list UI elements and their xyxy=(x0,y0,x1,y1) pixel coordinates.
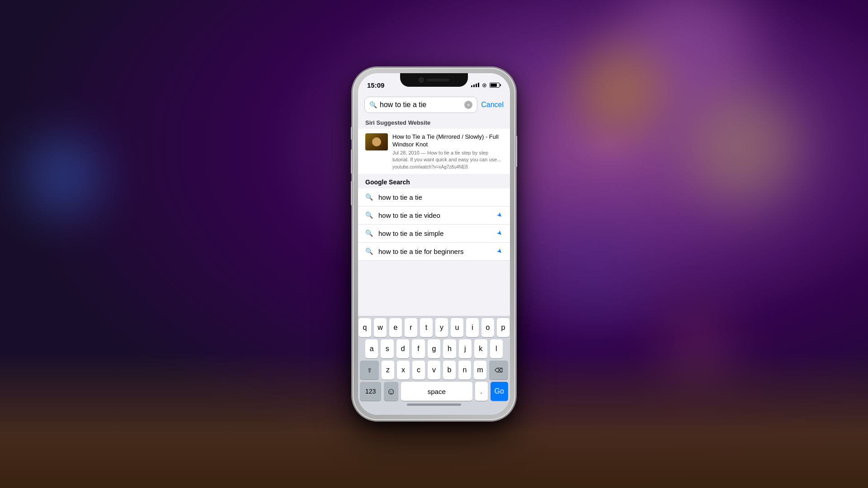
google-section-header: Google Search xyxy=(358,174,510,188)
key-w[interactable]: w xyxy=(374,318,387,337)
key-m[interactable]: m xyxy=(474,361,486,380)
key-u[interactable]: u xyxy=(451,318,463,337)
suggestion-date: Jul 28, 2010 xyxy=(392,150,420,155)
earpiece xyxy=(427,79,449,81)
suggestion-row-4[interactable]: 🔍 how to tie a tie for beginners ➤ xyxy=(358,243,510,261)
front-camera xyxy=(419,77,424,83)
home-bar xyxy=(407,404,461,406)
keyboard: q w e r t y u i o p a s xyxy=(358,316,510,415)
key-t[interactable]: t xyxy=(420,318,433,337)
search-input-wrapper[interactable]: 🔍 how to tie a tie × xyxy=(364,97,477,113)
suggestion-thumbnail xyxy=(365,133,388,150)
bar-1 xyxy=(471,85,472,87)
power-button[interactable] xyxy=(515,136,517,167)
wifi-icon: ⊛ xyxy=(482,82,487,89)
arrow-fill-icon-4: ➤ xyxy=(495,247,505,256)
arrow-fill-icon-2: ➤ xyxy=(495,211,505,220)
cancel-button[interactable]: Cancel xyxy=(481,101,504,109)
status-icons: ⊛ xyxy=(471,82,501,89)
siri-suggestion-card[interactable]: How to Tie a Tie (Mirrored / Slowly) - F… xyxy=(358,129,510,174)
bar-4 xyxy=(478,83,479,87)
suggestion-title: How to Tie a Tie (Mirrored / Slowly) - F… xyxy=(392,133,503,149)
key-z[interactable]: z xyxy=(382,361,394,380)
key-e[interactable]: e xyxy=(389,318,402,337)
bar-2 xyxy=(473,84,475,87)
phone-screen: 15:09 ⊛ xyxy=(358,73,510,415)
key-i[interactable]: i xyxy=(466,318,479,337)
key-v[interactable]: v xyxy=(428,361,440,380)
shift-key[interactable]: ⇧ xyxy=(360,361,379,380)
period-key[interactable]: . xyxy=(475,382,488,401)
suggestion-row-1[interactable]: 🔍 how to tie a tie xyxy=(358,188,510,206)
key-l[interactable]: l xyxy=(490,339,503,358)
search-icon-3: 🔍 xyxy=(365,230,373,237)
suggestion-description: Jul 28, 2010 — How to tie a tie step by … xyxy=(392,150,503,164)
phone: 15:09 ⊛ xyxy=(353,68,515,420)
siri-section-header: Siri Suggested Website xyxy=(358,115,510,129)
key-s[interactable]: s xyxy=(381,339,393,358)
thumb-image xyxy=(365,133,388,150)
notch xyxy=(400,73,468,87)
suggestion-label-4: how to tie a tie for beginners xyxy=(378,248,492,255)
volume-up-button[interactable] xyxy=(351,149,353,174)
keyboard-row-2: a s d f g h j k l xyxy=(358,337,510,358)
space-key[interactable]: space xyxy=(401,382,472,401)
phone-shell: 15:09 ⊛ xyxy=(353,68,515,420)
key-d[interactable]: d xyxy=(396,339,409,358)
key-n[interactable]: n xyxy=(458,361,471,380)
thumb-person-shape xyxy=(372,137,381,146)
keyboard-row-1: q w e r t y u i o p xyxy=(358,316,510,337)
volume-down-button[interactable] xyxy=(351,181,353,206)
search-icon-2: 🔍 xyxy=(365,211,373,219)
search-magnifier-icon: 🔍 xyxy=(369,101,377,108)
key-f[interactable]: f xyxy=(412,339,425,358)
status-time: 15:09 xyxy=(367,81,384,89)
delete-key[interactable]: ⌫ xyxy=(489,361,508,380)
key-k[interactable]: k xyxy=(474,339,487,358)
bar-3 xyxy=(476,84,477,87)
search-query[interactable]: how to tie a tie xyxy=(380,101,462,109)
key-j[interactable]: j xyxy=(459,339,472,358)
search-bar: 🔍 how to tie a tie × Cancel xyxy=(358,93,510,117)
key-h[interactable]: h xyxy=(443,339,456,358)
key-o[interactable]: o xyxy=(481,318,494,337)
key-c[interactable]: c xyxy=(412,361,425,380)
key-y[interactable]: y xyxy=(435,318,448,337)
num-key[interactable]: 123 xyxy=(360,382,381,401)
key-r[interactable]: r xyxy=(405,318,417,337)
mute-button[interactable] xyxy=(351,127,353,140)
go-key[interactable]: Go xyxy=(491,382,508,401)
key-b[interactable]: b xyxy=(443,361,456,380)
search-icon-1: 🔍 xyxy=(365,193,373,201)
clear-search-button[interactable]: × xyxy=(464,101,472,109)
suggestion-url: youtube.com/watch?v=xAg7z8u4NE8 xyxy=(392,164,503,169)
suggestion-label-1: how to tie a tie xyxy=(378,193,503,201)
suggestion-label-2: how to tie a tie video xyxy=(378,211,492,219)
content-area: Siri Suggested Website How to Tie a Tie … xyxy=(358,115,510,415)
suggestion-text-block: How to Tie a Tie (Mirrored / Slowly) - F… xyxy=(392,133,503,169)
key-q[interactable]: q xyxy=(359,318,371,337)
keyboard-row-3: ⇧ z x c v b n m ⌫ xyxy=(358,358,510,380)
suggestion-label-3: how to tie a tie simple xyxy=(378,230,492,237)
key-g[interactable]: g xyxy=(428,339,440,358)
emoji-key[interactable]: ☺ xyxy=(384,382,398,401)
key-x[interactable]: x xyxy=(397,361,410,380)
keyboard-row-4: 123 ☺ space . Go xyxy=(358,380,510,401)
suggestion-row-3[interactable]: 🔍 how to tie a tie simple ➤ xyxy=(358,225,510,243)
signal-icon xyxy=(471,83,479,87)
arrow-fill-icon-3: ➤ xyxy=(495,229,505,238)
suggestion-dash: — xyxy=(421,150,427,155)
key-a[interactable]: a xyxy=(365,339,378,358)
battery-icon xyxy=(490,83,501,88)
key-p[interactable]: p xyxy=(497,318,509,337)
search-icon-4: 🔍 xyxy=(365,248,373,255)
suggestion-row-2[interactable]: 🔍 how to tie a tie video ➤ xyxy=(358,206,510,225)
